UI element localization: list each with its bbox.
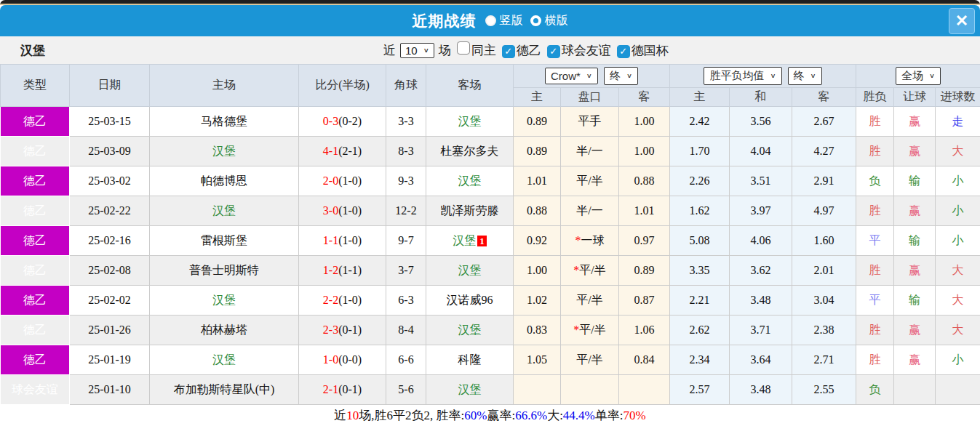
- sub-header: 客: [619, 88, 670, 107]
- outcome-cell: 胜: [856, 107, 894, 137]
- outcome-cell: 平: [856, 286, 894, 316]
- outcome-cell: 胜: [856, 256, 894, 286]
- home-team-cell[interactable]: 汉堡: [150, 196, 299, 226]
- checkbox-德乙[interactable]: ✓: [502, 45, 515, 58]
- avg-home-cell: 1.62: [670, 196, 730, 226]
- checkbox-label[interactable]: 德国杯: [632, 44, 669, 57]
- horizontal-layout-label[interactable]: 横版: [545, 13, 568, 28]
- table-row: 德乙 25-02-08 普鲁士明斯特 1-2(1-1) 3-7 汉堡 1.00 …: [1, 256, 980, 286]
- goals-result-cell: 大: [936, 256, 980, 286]
- away-team-cell[interactable]: 汉诺威96: [426, 286, 514, 316]
- away-team-cell[interactable]: 凯泽斯劳滕: [426, 196, 514, 226]
- sub-header: 盘口: [561, 88, 619, 107]
- avg-away-cell: 2.71: [792, 345, 856, 375]
- odds-company-select[interactable]: Crow* ∨: [545, 68, 598, 84]
- away-team-cell[interactable]: 汉堡1: [426, 226, 514, 256]
- away-team-cell[interactable]: 汉堡: [426, 166, 514, 196]
- league-badge: 德乙: [1, 196, 70, 226]
- league-badge: 德乙: [1, 137, 70, 166]
- handicap-result-cell: 输: [894, 166, 936, 196]
- league-badge: 德乙: [1, 316, 70, 345]
- away-team-cell[interactable]: 汉堡: [426, 316, 514, 345]
- home-team-cell[interactable]: 汉堡: [150, 345, 299, 375]
- handicap-cell: [561, 375, 619, 405]
- goal-scope-select[interactable]: 全场 ∨: [896, 67, 941, 85]
- outcome-cell: 平: [856, 226, 894, 256]
- score-cell: 2-2(1-0): [299, 286, 386, 316]
- corners-cell: 8-3: [386, 137, 426, 166]
- home-team-cell[interactable]: 布加勒斯特星队(中): [150, 375, 299, 405]
- checkbox-德国杯[interactable]: ✓: [617, 45, 630, 58]
- summary-segment: 大:: [547, 407, 563, 424]
- vertical-layout-label[interactable]: 竖版: [500, 13, 523, 28]
- corners-cell: 5-6: [386, 375, 426, 405]
- odds-time-select[interactable]: 终 ∨: [604, 67, 638, 85]
- corners-cell: 3-3: [386, 107, 426, 137]
- table-row: 德乙 25-02-02 汉堡 2-2(1-0) 6-3 汉诺威96 1.02 平…: [1, 286, 980, 316]
- avg-time-select[interactable]: 终 ∨: [788, 67, 822, 85]
- avg-draw-cell: 3.62: [730, 256, 792, 286]
- odds-home-cell: 0.92: [514, 226, 561, 256]
- handicap-cell: 平手: [561, 107, 619, 137]
- results-table: 类型 日期 主场 比分(半场) 角球 客场 Crow* ∨ 终 ∨: [0, 64, 980, 405]
- checkbox-label[interactable]: 同主: [471, 44, 496, 57]
- checkbox-label[interactable]: 球会友谊: [562, 44, 611, 57]
- sub-header: 主: [670, 88, 730, 107]
- date-cell: 25-03-09: [70, 137, 150, 166]
- home-team-cell[interactable]: 帕德博恩: [150, 166, 299, 196]
- home-team-cell[interactable]: 汉堡: [150, 137, 299, 166]
- table-row: 德乙 25-01-26 柏林赫塔 2-3(0-1) 8-4 汉堡 0.83 *平…: [1, 316, 980, 345]
- league-badge: 德乙: [1, 226, 70, 256]
- avg-selects-header: 胜平负均值 ∨ 终 ∨: [670, 65, 856, 88]
- avg-metric-select[interactable]: 胜平负均值 ∨: [704, 67, 781, 85]
- away-team-cell[interactable]: 科隆: [426, 345, 514, 375]
- handicap-result-cell: [894, 375, 936, 405]
- odds-away-cell: 0.88: [619, 166, 670, 196]
- table-row: 德乙 25-03-02 帕德博恩 2-0(1-0) 9-3 汉堡 1.01 平/…: [1, 166, 980, 196]
- home-team-cell[interactable]: 汉堡: [150, 286, 299, 316]
- avg-home-cell: 3.35: [670, 256, 730, 286]
- checkbox-label[interactable]: 德乙: [517, 44, 541, 57]
- sub-header: 和: [730, 88, 792, 107]
- away-team-cell[interactable]: 汉堡: [426, 375, 514, 405]
- home-team-cell[interactable]: 普鲁士明斯特: [150, 256, 299, 286]
- handicap-result-cell: 赢: [894, 256, 936, 286]
- filters: 近 10 ∨ 场 同主✓德乙✓球会友谊✓德国杯: [383, 41, 669, 59]
- horizontal-layout-radio[interactable]: [530, 15, 541, 26]
- outcome-cell: 胜: [856, 137, 894, 166]
- away-team-cell[interactable]: 汉堡: [426, 256, 514, 286]
- team-name: 汉堡: [20, 42, 45, 59]
- summary-segment: 60%: [464, 409, 487, 423]
- close-icon[interactable]: ✕: [949, 8, 975, 34]
- avg-away-cell: 4.97: [792, 196, 856, 226]
- date-cell: 25-03-02: [70, 166, 150, 196]
- avg-draw-cell: 3.51: [730, 166, 792, 196]
- odds-home-cell: 0.83: [514, 316, 561, 345]
- handicap-cell: 半/一: [561, 196, 619, 226]
- odds-away-cell: 0.84: [619, 345, 670, 375]
- recent-results-dialog: 近期战绩 竖版 横版 ✕ 汉堡 近 10 ∨ 场 同主✓德乙✓球会友谊✓德国杯: [0, 0, 980, 426]
- score-cell: 1-0(0-0): [299, 345, 386, 375]
- checkbox-球会友谊[interactable]: ✓: [547, 45, 560, 58]
- chevron-down-icon: ∨: [586, 72, 592, 79]
- odds-home-cell: 0.89: [514, 107, 561, 137]
- avg-away-cell: 1.60: [792, 226, 856, 256]
- goals-result-cell: 大: [936, 137, 980, 166]
- checkbox-同主[interactable]: [457, 41, 470, 55]
- odds-away-cell: 1.00: [619, 137, 670, 166]
- score-cell: 2-3(0-1): [299, 316, 386, 345]
- goals-result-cell: 走: [936, 107, 980, 137]
- home-team-cell[interactable]: 柏林赫塔: [150, 316, 299, 345]
- home-team-cell[interactable]: 雷根斯堡: [150, 226, 299, 256]
- vertical-layout-radio[interactable]: [485, 15, 496, 26]
- away-team-cell[interactable]: 杜塞尔多夫: [426, 137, 514, 166]
- recent-count-select[interactable]: 10 ∨: [400, 43, 434, 58]
- away-team-cell[interactable]: 汉堡: [426, 107, 514, 137]
- col-header-date: 日期: [70, 65, 150, 107]
- summary-segment: 70%: [624, 409, 646, 423]
- corners-cell: 6-3: [386, 286, 426, 316]
- home-team-cell[interactable]: 马格德堡: [150, 107, 299, 137]
- star-mark: *: [573, 264, 579, 276]
- chevron-down-icon: ∨: [929, 72, 935, 79]
- avg-home-cell: 5.08: [670, 226, 730, 256]
